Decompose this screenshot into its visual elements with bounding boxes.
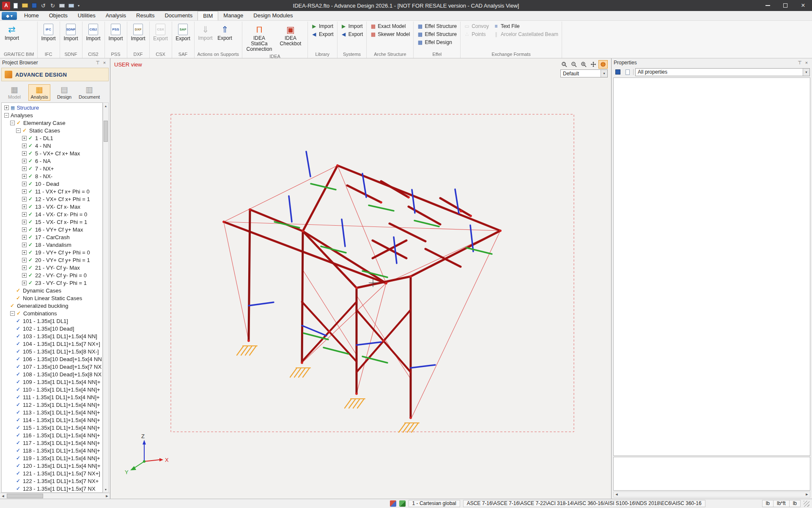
design-codes-status[interactable]: ASCE 7-16\ASCE 7-16\ASCE 7-22\ACI 318-14… xyxy=(463,500,705,507)
coordinate-system-status[interactable]: 1 - Cartesian global xyxy=(409,500,460,507)
collapse-icon[interactable]: − xyxy=(4,113,9,118)
tree-item-120-1-35x-1-dl1-1-5x-4-nn[interactable]: ✓120 - 1.35x[1 DL1]+1.5x[4 NN]+ xyxy=(2,462,102,469)
effel-structure-button[interactable]: ▦Effel Structure xyxy=(415,30,458,38)
expand-icon[interactable]: + xyxy=(22,250,27,255)
properties-save-button[interactable] xyxy=(614,68,622,76)
zoom-in-button[interactable] xyxy=(579,60,588,69)
properties-horizontal-scrollbar[interactable]: ◀ ▶ xyxy=(613,491,810,497)
tree-item-13-vx-cf-x-max[interactable]: +✓13 - VX- Cf x- Max xyxy=(2,203,102,210)
tree-item-10-dead[interactable]: +✓10 - Dead xyxy=(2,180,102,188)
tree-item-8-nx[interactable]: +✓8 - NX- xyxy=(2,172,102,180)
expand-icon[interactable]: + xyxy=(22,204,27,209)
tree-item-elementary-case[interactable]: −✓Elementary Case xyxy=(2,119,102,127)
mode-tab-design[interactable]: ▤Design xyxy=(53,84,75,101)
tree-item-11-vx-cf-x-phi-0[interactable]: +✓11 - VX+ Cf x+ Phi = 0 xyxy=(2,188,102,195)
expand-icon[interactable]: + xyxy=(22,258,27,262)
scroll-left-icon[interactable]: ◀ xyxy=(614,493,620,496)
tree-item-101-1-35x-1-dl1[interactable]: ✓101 - 1.35x[1 DL1] xyxy=(2,317,102,325)
tree-item-109-1-35x-1-dl1-1-5x-4-nn[interactable]: ✓109 - 1.35x[1 DL1]+1.5x[4 NN]+ xyxy=(2,378,102,386)
new-file-button[interactable] xyxy=(11,2,19,10)
orbit-button[interactable] xyxy=(598,60,608,69)
tree-item-4-nn[interactable]: +✓4 - NN xyxy=(2,142,102,149)
tree-item-14-vx-cf-x-phi-0[interactable]: +✓14 - VX- Cf x- Phi = 0 xyxy=(2,210,102,218)
zoom-extents-button[interactable] xyxy=(569,60,579,69)
expand-icon[interactable]: + xyxy=(22,227,27,232)
scroll-left-icon[interactable]: ◀ xyxy=(0,494,6,498)
resize-grip[interactable] xyxy=(804,501,809,507)
skewer-model-button[interactable]: ▦Skewer Model xyxy=(368,30,411,38)
tree-item-113-1-35x-1-dl1-1-5x-4-nn[interactable]: ✓113 - 1.35x[1 DL1]+1.5x[4 NN]+ xyxy=(2,409,102,416)
undo-button[interactable]: ↺ xyxy=(39,2,47,10)
tree-item-analyses[interactable]: −Analyses xyxy=(2,111,102,119)
pin-panel-button[interactable]: ⊤ xyxy=(796,60,803,66)
tab-documents[interactable]: Documents xyxy=(159,11,198,20)
expand-icon[interactable]: + xyxy=(22,212,27,217)
scrollbar-track[interactable] xyxy=(620,492,804,497)
tree-item-1-dl1[interactable]: +✓1 - DL1 xyxy=(2,134,102,142)
force-unit[interactable]: lb xyxy=(763,500,773,507)
tree-item-117-1-35x-1-dl1-1-5x-4-nn[interactable]: ✓117 - 1.35x[1 DL1]+1.5x[4 NN]+ xyxy=(2,439,102,447)
scroll-down-icon[interactable]: ▼ xyxy=(103,486,108,492)
expand-icon[interactable]: + xyxy=(4,105,9,110)
tab-home[interactable]: Home xyxy=(19,11,44,20)
tree-item-20-vy-cf-y-phi-1[interactable]: +✓20 - VY+ Cf y+ Phi = 1 xyxy=(2,256,102,264)
tree-item-structure[interactable]: +▦Structure xyxy=(2,104,102,111)
export-button[interactable]: SAFExport xyxy=(174,22,192,42)
tab-analysis[interactable]: Analysis xyxy=(101,11,131,20)
import-button[interactable]: PSSImport xyxy=(107,22,125,42)
tree-item-116-1-35x-1-dl1-1-5x-4-nn[interactable]: ✓116 - 1.35x[1 DL1]+1.5x[4 NN]+ xyxy=(2,431,102,439)
tree-item-118-1-35x-1-dl1-1-5x-4-nn[interactable]: ✓118 - 1.35x[1 DL1]+1.5x[4 NN]+ xyxy=(2,447,102,454)
import-button[interactable]: CIS2Import xyxy=(84,22,103,42)
close-panel-button[interactable]: × xyxy=(803,60,810,65)
tree-item-21-vy-cf-y-max[interactable]: +✓21 - VY- Cf y- Max xyxy=(2,264,102,271)
tree-item-17-carcrash[interactable]: +✓17 - CarCrash xyxy=(2,233,102,241)
tree-item-dynamic-cases[interactable]: ✓Dynamic Cases xyxy=(2,287,102,294)
expand-icon[interactable]: + xyxy=(22,281,27,285)
expand-icon[interactable]: + xyxy=(22,182,27,186)
expand-icon[interactable]: + xyxy=(22,189,27,194)
scroll-up-icon[interactable]: ▲ xyxy=(103,103,108,109)
tree-vertical-scrollbar[interactable]: ▲ ▼ xyxy=(103,102,109,493)
expand-icon[interactable]: + xyxy=(22,136,27,141)
text-file-button[interactable]: ≡Text File xyxy=(491,22,560,30)
expand-icon[interactable]: + xyxy=(22,144,27,148)
expand-icon[interactable]: + xyxy=(22,243,27,247)
tab-design-modules[interactable]: Design Modules xyxy=(248,11,298,20)
scroll-right-icon[interactable]: ▶ xyxy=(104,494,110,498)
tree-item-105-1-35x-1-dl1-1-5x-8-nx[interactable]: ✓105 - 1.35x[1 DL1]+1.5x[8 NX-] xyxy=(2,348,102,355)
tree-item-104-1-35x-1-dl1-1-5x-7-nx[interactable]: ✓104 - 1.35x[1 DL1]+1.5x[7 NX+] xyxy=(2,340,102,348)
scrollbar-thumb[interactable] xyxy=(7,494,43,498)
expand-icon[interactable]: + xyxy=(22,197,27,202)
print-button[interactable] xyxy=(58,2,66,10)
tree-item-119-1-35x-1-dl1-1-5x-4-nn[interactable]: ✓119 - 1.35x[1 DL1]+1.5x[4 NN]+ xyxy=(2,454,102,462)
open-file-button[interactable] xyxy=(21,2,29,10)
snap-mode-icon[interactable] xyxy=(399,500,406,507)
properties-copy-button[interactable] xyxy=(623,68,631,76)
expand-icon[interactable]: + xyxy=(22,174,27,179)
collapse-icon[interactable]: − xyxy=(10,311,15,316)
tab-objects[interactable]: Objects xyxy=(44,11,73,20)
tree-horizontal-scrollbar[interactable]: ◀ ▶ xyxy=(0,493,110,499)
print-preview-button[interactable] xyxy=(67,2,75,10)
import-button[interactable]: ▶Import xyxy=(339,22,365,30)
moment-unit[interactable]: lb*ft xyxy=(773,500,789,507)
pin-panel-button[interactable]: ⊤ xyxy=(94,60,101,66)
export-button[interactable]: ⇑Export xyxy=(216,22,234,42)
import-button[interactable]: DXFImport xyxy=(129,22,148,42)
expand-icon[interactable]: + xyxy=(22,265,27,270)
tree-item-106-1-35x-10-dead-1-5x-4-nn[interactable]: ✓106 - 1.35x[10 Dead]+1.5x[4 NN xyxy=(2,355,102,363)
idea-checkbot-button[interactable]: ▣IDEA Checkbot xyxy=(275,22,306,47)
close-button[interactable]: × xyxy=(794,0,812,11)
effel-structure-button[interactable]: ▦Effel Structure xyxy=(415,22,458,30)
tree-item-5-vx-cf-x-max[interactable]: +✓5 - VX+ Cf x+ Max xyxy=(2,149,102,157)
tree-item-non-linear-static-cases[interactable]: ✓Non Linear Static Cases xyxy=(2,294,102,302)
export-button[interactable]: ◀Export xyxy=(339,30,365,38)
minimize-button[interactable] xyxy=(759,0,776,11)
model-3d-view[interactable]: Z X Y xyxy=(110,58,611,499)
scrollbar-thumb[interactable] xyxy=(104,121,108,142)
import-button[interactable]: ▶Import xyxy=(310,22,335,30)
export-button[interactable]: ◀Export xyxy=(310,30,335,38)
tree-item-114-1-35x-1-dl1-1-5x-4-nn[interactable]: ✓114 - 1.35x[1 DL1]+1.5x[4 NN]+ xyxy=(2,416,102,424)
tree-item-19-vy-cf-y-phi-0[interactable]: +✓19 - VY+ Cf y+ Phi = 0 xyxy=(2,248,102,256)
mode-tab-model[interactable]: ▦Model xyxy=(3,84,25,101)
